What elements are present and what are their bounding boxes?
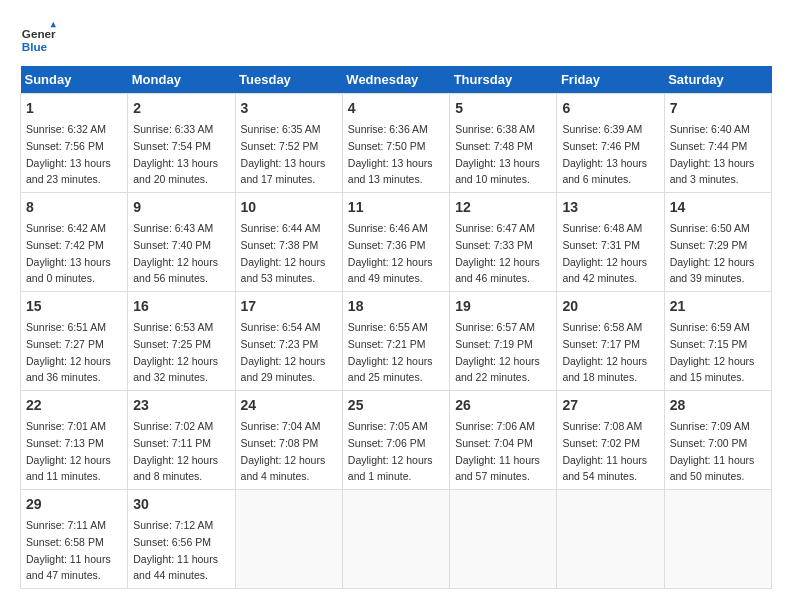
daylight-info: Daylight: 11 hours and 44 minutes. [133, 553, 218, 582]
sunset-info: Sunset: 7:23 PM [241, 338, 319, 350]
day-number: 26 [455, 395, 551, 416]
day-number: 21 [670, 296, 766, 317]
calendar-header-friday: Friday [557, 66, 664, 94]
daylight-info: Daylight: 12 hours and 18 minutes. [562, 355, 647, 384]
daylight-info: Daylight: 13 hours and 3 minutes. [670, 157, 755, 186]
day-number: 23 [133, 395, 229, 416]
calendar-cell: 6 Sunrise: 6:39 AM Sunset: 7:46 PM Dayli… [557, 94, 664, 193]
sunset-info: Sunset: 7:11 PM [133, 437, 211, 449]
svg-text:General: General [22, 27, 56, 40]
sunrise-info: Sunrise: 6:40 AM [670, 123, 750, 135]
day-number: 14 [670, 197, 766, 218]
svg-marker-2 [51, 22, 56, 27]
calendar-header-saturday: Saturday [664, 66, 771, 94]
day-number: 30 [133, 494, 229, 515]
daylight-info: Daylight: 13 hours and 6 minutes. [562, 157, 647, 186]
calendar-cell: 19 Sunrise: 6:57 AM Sunset: 7:19 PM Dayl… [450, 292, 557, 391]
daylight-info: Daylight: 12 hours and 15 minutes. [670, 355, 755, 384]
day-number: 27 [562, 395, 658, 416]
day-number: 9 [133, 197, 229, 218]
day-number: 7 [670, 98, 766, 119]
sunset-info: Sunset: 7:48 PM [455, 140, 533, 152]
calendar-week-row: 29 Sunrise: 7:11 AM Sunset: 6:58 PM Dayl… [21, 490, 772, 589]
sunset-info: Sunset: 7:52 PM [241, 140, 319, 152]
calendar-cell: 12 Sunrise: 6:47 AM Sunset: 7:33 PM Dayl… [450, 193, 557, 292]
day-number: 13 [562, 197, 658, 218]
day-number: 4 [348, 98, 444, 119]
sunset-info: Sunset: 6:58 PM [26, 536, 104, 548]
calendar-cell [557, 490, 664, 589]
svg-text:Blue: Blue [22, 40, 48, 53]
calendar-cell: 9 Sunrise: 6:43 AM Sunset: 7:40 PM Dayli… [128, 193, 235, 292]
sunrise-info: Sunrise: 7:09 AM [670, 420, 750, 432]
sunset-info: Sunset: 6:56 PM [133, 536, 211, 548]
sunset-info: Sunset: 7:36 PM [348, 239, 426, 251]
calendar-cell: 21 Sunrise: 6:59 AM Sunset: 7:15 PM Dayl… [664, 292, 771, 391]
sunset-info: Sunset: 7:29 PM [670, 239, 748, 251]
daylight-info: Daylight: 13 hours and 10 minutes. [455, 157, 540, 186]
day-number: 28 [670, 395, 766, 416]
sunset-info: Sunset: 7:27 PM [26, 338, 104, 350]
calendar-cell: 26 Sunrise: 7:06 AM Sunset: 7:04 PM Dayl… [450, 391, 557, 490]
calendar-header-thursday: Thursday [450, 66, 557, 94]
calendar-cell: 29 Sunrise: 7:11 AM Sunset: 6:58 PM Dayl… [21, 490, 128, 589]
calendar-cell: 22 Sunrise: 7:01 AM Sunset: 7:13 PM Dayl… [21, 391, 128, 490]
daylight-info: Daylight: 11 hours and 47 minutes. [26, 553, 111, 582]
sunrise-info: Sunrise: 6:58 AM [562, 321, 642, 333]
daylight-info: Daylight: 12 hours and 1 minute. [348, 454, 433, 483]
day-number: 24 [241, 395, 337, 416]
day-number: 5 [455, 98, 551, 119]
calendar-cell: 13 Sunrise: 6:48 AM Sunset: 7:31 PM Dayl… [557, 193, 664, 292]
daylight-info: Daylight: 12 hours and 46 minutes. [455, 256, 540, 285]
calendar-cell: 8 Sunrise: 6:42 AM Sunset: 7:42 PM Dayli… [21, 193, 128, 292]
sunset-info: Sunset: 7:54 PM [133, 140, 211, 152]
day-number: 22 [26, 395, 122, 416]
daylight-info: Daylight: 13 hours and 17 minutes. [241, 157, 326, 186]
sunrise-info: Sunrise: 6:32 AM [26, 123, 106, 135]
sunrise-info: Sunrise: 7:01 AM [26, 420, 106, 432]
sunrise-info: Sunrise: 7:04 AM [241, 420, 321, 432]
daylight-info: Daylight: 12 hours and 32 minutes. [133, 355, 218, 384]
sunrise-info: Sunrise: 7:05 AM [348, 420, 428, 432]
day-number: 6 [562, 98, 658, 119]
day-number: 17 [241, 296, 337, 317]
daylight-info: Daylight: 12 hours and 8 minutes. [133, 454, 218, 483]
sunset-info: Sunset: 7:56 PM [26, 140, 104, 152]
sunset-info: Sunset: 7:40 PM [133, 239, 211, 251]
day-number: 12 [455, 197, 551, 218]
sunset-info: Sunset: 7:04 PM [455, 437, 533, 449]
sunrise-info: Sunrise: 6:39 AM [562, 123, 642, 135]
calendar-cell: 20 Sunrise: 6:58 AM Sunset: 7:17 PM Dayl… [557, 292, 664, 391]
sunrise-info: Sunrise: 6:59 AM [670, 321, 750, 333]
calendar-table: SundayMondayTuesdayWednesdayThursdayFrid… [20, 66, 772, 589]
daylight-info: Daylight: 13 hours and 23 minutes. [26, 157, 111, 186]
daylight-info: Daylight: 12 hours and 4 minutes. [241, 454, 326, 483]
calendar-header-tuesday: Tuesday [235, 66, 342, 94]
sunset-info: Sunset: 7:21 PM [348, 338, 426, 350]
calendar-cell: 27 Sunrise: 7:08 AM Sunset: 7:02 PM Dayl… [557, 391, 664, 490]
sunrise-info: Sunrise: 6:57 AM [455, 321, 535, 333]
calendar-cell: 3 Sunrise: 6:35 AM Sunset: 7:52 PM Dayli… [235, 94, 342, 193]
sunset-info: Sunset: 7:06 PM [348, 437, 426, 449]
day-number: 3 [241, 98, 337, 119]
sunset-info: Sunset: 7:13 PM [26, 437, 104, 449]
sunrise-info: Sunrise: 6:38 AM [455, 123, 535, 135]
day-number: 29 [26, 494, 122, 515]
calendar-cell: 7 Sunrise: 6:40 AM Sunset: 7:44 PM Dayli… [664, 94, 771, 193]
calendar-header-row: SundayMondayTuesdayWednesdayThursdayFrid… [21, 66, 772, 94]
calendar-week-row: 15 Sunrise: 6:51 AM Sunset: 7:27 PM Dayl… [21, 292, 772, 391]
daylight-info: Daylight: 13 hours and 13 minutes. [348, 157, 433, 186]
sunrise-info: Sunrise: 7:06 AM [455, 420, 535, 432]
sunrise-info: Sunrise: 6:46 AM [348, 222, 428, 234]
calendar-cell: 25 Sunrise: 7:05 AM Sunset: 7:06 PM Dayl… [342, 391, 449, 490]
daylight-info: Daylight: 12 hours and 22 minutes. [455, 355, 540, 384]
daylight-info: Daylight: 12 hours and 53 minutes. [241, 256, 326, 285]
calendar-cell: 16 Sunrise: 6:53 AM Sunset: 7:25 PM Dayl… [128, 292, 235, 391]
logo: General Blue [20, 20, 56, 56]
calendar-week-row: 8 Sunrise: 6:42 AM Sunset: 7:42 PM Dayli… [21, 193, 772, 292]
calendar-week-row: 1 Sunrise: 6:32 AM Sunset: 7:56 PM Dayli… [21, 94, 772, 193]
calendar-header-sunday: Sunday [21, 66, 128, 94]
daylight-info: Daylight: 12 hours and 25 minutes. [348, 355, 433, 384]
sunrise-info: Sunrise: 6:51 AM [26, 321, 106, 333]
day-number: 25 [348, 395, 444, 416]
